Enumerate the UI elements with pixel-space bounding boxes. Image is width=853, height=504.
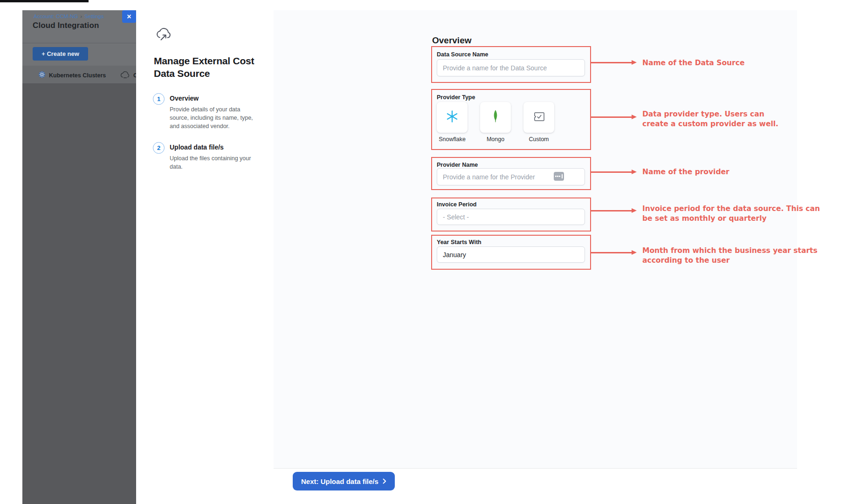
data-source-name-label: Data Source Name	[437, 51, 488, 58]
step-1-description: Provide details of your data source, inc…	[170, 105, 255, 130]
manage-data-source-drawer: Manage External Cost Data Source 1 Overv…	[136, 10, 797, 504]
invoice-period-select[interactable]	[437, 209, 585, 225]
provider-card-custom[interactable]	[523, 102, 554, 133]
step-2-indicator: 2	[153, 142, 165, 154]
breadcrumb-separator-icon: ›	[80, 14, 82, 19]
provider-type-label: Provider Type	[437, 94, 475, 101]
annotation-arrow	[590, 171, 632, 173]
screenshot-canvas: Account: CCM-NG›Settings Cloud Integrati…	[0, 0, 853, 504]
tab-cloud-partial[interactable]: C	[120, 71, 136, 80]
provider-option-snowflake-label: Snowflake	[437, 136, 468, 143]
annotation-arrow	[590, 62, 632, 63]
close-icon[interactable]: ×	[122, 10, 136, 23]
drawer-footer: Next: Upload data file/s	[274, 468, 797, 504]
annotation-text-provider-type: Data provider type. Users can create a c…	[642, 109, 838, 129]
background-page: Account: CCM-NG›Settings Cloud Integrati…	[22, 10, 136, 504]
annotation-text-data-source-name: Name of the Data Source	[642, 58, 838, 68]
kubernetes-icon	[38, 71, 46, 80]
top-black-strip	[0, 0, 89, 2]
provider-card-snowflake[interactable]	[437, 102, 468, 133]
breadcrumb-account-link[interactable]: Account: CCM-NG	[34, 14, 78, 19]
snowflake-icon	[445, 109, 459, 125]
provider-name-label: Provider Name	[437, 162, 478, 168]
annotation-text-year-starts-with: Month from which the business year start…	[642, 246, 838, 266]
year-starts-with-select[interactable]	[437, 246, 585, 263]
next-upload-button-label: Next: Upload data file/s	[301, 477, 378, 485]
chevron-right-icon	[383, 477, 386, 485]
cloud-icon	[120, 71, 130, 80]
step-1-indicator: 1	[153, 93, 165, 105]
annotation-arrowhead	[632, 170, 637, 174]
custom-provider-icon	[532, 110, 546, 125]
page-title: Cloud Integration	[33, 21, 99, 30]
form-heading: Overview	[432, 35, 472, 46]
step-1-title[interactable]: Overview	[170, 95, 199, 102]
data-source-name-input[interactable]	[437, 59, 585, 76]
invoice-period-label: Invoice Period	[437, 201, 476, 208]
breadcrumb-settings-link[interactable]: Settings	[84, 14, 104, 19]
tab-kubernetes-clusters-label: Kubernetes Clusters	[49, 72, 106, 79]
drawer-sidebar: Manage External Cost Data Source 1 Overv…	[136, 10, 274, 504]
annotation-arrow	[590, 116, 632, 118]
annotation-arrowhead	[632, 250, 637, 255]
annotation-arrowhead	[632, 60, 637, 65]
annotation-arrow	[590, 210, 632, 211]
provider-option-custom-label: Custom	[523, 136, 554, 143]
annotation-arrow	[590, 252, 632, 253]
step-2-description: Upload the files containing your data.	[170, 154, 255, 171]
annotation-arrowhead	[632, 208, 637, 213]
mongo-leaf-icon	[492, 109, 499, 125]
drawer-title: Manage External Cost Data Source	[154, 54, 266, 80]
breadcrumb: Account: CCM-NG›Settings	[34, 14, 103, 19]
background-page-header: Account: CCM-NG›Settings Cloud Integrati…	[22, 10, 136, 66]
step-2-title[interactable]: Upload data file/s	[170, 143, 224, 151]
next-upload-button[interactable]: Next: Upload data file/s	[293, 472, 395, 490]
annotation-text-provider-name: Name of the provider	[642, 167, 838, 177]
ellipsis-icon[interactable]	[554, 172, 564, 181]
annotation-arrowhead	[632, 115, 637, 119]
tab-kubernetes-clusters[interactable]: Kubernetes Clusters	[38, 71, 106, 80]
provider-card-mongo[interactable]	[480, 102, 511, 133]
annotation-text-invoice-period: Invoice period for the data source. This…	[642, 204, 838, 224]
year-starts-with-label: Year Starts With	[437, 239, 482, 245]
provider-option-mongo-label: Mongo	[480, 136, 511, 143]
header-divider	[22, 43, 136, 43]
overview-form: Overview Data Source Name Provider Type	[274, 10, 797, 468]
create-new-button[interactable]: + Create new	[33, 47, 88, 61]
cloud-export-icon	[155, 27, 171, 43]
